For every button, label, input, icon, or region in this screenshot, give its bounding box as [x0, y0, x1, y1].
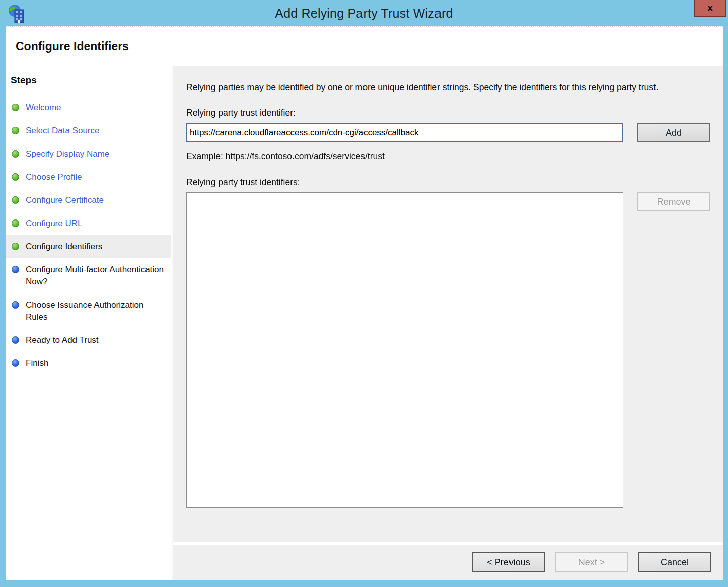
step-label: Specify Display Name: [26, 149, 109, 159]
steps-heading: Steps: [6, 74, 171, 92]
step-done-bullet-icon: [12, 173, 19, 181]
wizard-body: Configure Identifiers Steps Welcome Sele…: [6, 26, 723, 580]
identifiers-listbox[interactable]: [186, 192, 623, 508]
step-label: Ready to Add Trust: [26, 335, 99, 345]
next-button[interactable]: Next >: [555, 552, 628, 572]
adfs-icon: [7, 4, 27, 24]
step-label: Select Data Source: [26, 126, 99, 135]
step-ready-to-add-trust[interactable]: Ready to Add Trust: [6, 329, 171, 352]
titlebar: Add Relying Party Trust Wizard x: [0, 0, 728, 26]
add-button[interactable]: Add: [637, 123, 710, 142]
steps-list: Welcome Select Data Source Specify Displ…: [6, 96, 171, 375]
main-content: Relying parties may be identified by one…: [173, 66, 723, 542]
step-label: Configure Multi-factor Authentication No…: [26, 265, 164, 286]
content-row: Steps Welcome Select Data Source Specify…: [6, 66, 723, 580]
step-label: Configure URL: [26, 218, 82, 228]
step-done-bullet-icon: [12, 127, 19, 134]
step-choose-issuance-rules[interactable]: Choose Issuance Authorization Rules: [6, 293, 171, 329]
main-column: Relying parties may be identified by one…: [173, 66, 723, 580]
step-label: Configure Identifiers: [26, 242, 102, 251]
step-upcoming-bullet-icon: [12, 266, 19, 273]
wizard-window: Add Relying Party Trust Wizard x Configu…: [0, 0, 728, 587]
steps-sidebar: Steps Welcome Select Data Source Specify…: [6, 66, 173, 580]
step-label: Choose Issuance Authorization Rules: [26, 300, 143, 322]
step-done-bullet-icon: [12, 104, 19, 111]
footer-button-bar: < Previous Next > Cancel: [173, 545, 723, 580]
step-label: Finish: [26, 358, 48, 368]
page-title: Configure Identifiers: [16, 40, 129, 53]
step-label: Choose Profile: [26, 172, 82, 182]
close-button[interactable]: x: [694, 0, 726, 17]
step-upcoming-bullet-icon: [12, 336, 19, 344]
step-choose-profile[interactable]: Choose Profile: [6, 166, 171, 189]
step-configure-certificate[interactable]: Configure Certificate: [6, 189, 171, 212]
step-upcoming-bullet-icon: [12, 301, 19, 309]
identifier-input-label: Relying party trust identifier:: [186, 108, 723, 118]
cancel-button[interactable]: Cancel: [638, 552, 711, 572]
page-description: Relying parties may be identified by one…: [186, 81, 702, 94]
step-upcoming-bullet-icon: [12, 359, 19, 367]
page-header: Configure Identifiers: [6, 26, 723, 66]
step-done-bullet-icon: [12, 150, 19, 158]
previous-button-accel: P: [495, 557, 501, 567]
identifier-example-text: Example: https://fs.contoso.com/adfs/ser…: [186, 151, 723, 162]
step-configure-mfa[interactable]: Configure Multi-factor Authentication No…: [6, 258, 171, 293]
step-current-bullet-icon: [12, 243, 19, 250]
previous-button-label-rest: revious: [501, 557, 530, 567]
identifier-input[interactable]: [186, 123, 623, 142]
step-done-bullet-icon: [12, 196, 19, 204]
step-done-bullet-icon: [12, 219, 19, 227]
step-finish[interactable]: Finish: [6, 352, 171, 375]
window-title: Add Relying Party Trust Wizard: [275, 6, 453, 21]
previous-button-label: <: [487, 557, 495, 567]
next-button-label-rest: ext >: [585, 557, 605, 567]
step-select-data-source[interactable]: Select Data Source: [6, 119, 171, 142]
step-specify-display-name[interactable]: Specify Display Name: [6, 142, 171, 166]
next-button-accel: N: [578, 557, 585, 567]
step-label: Welcome: [26, 103, 61, 112]
step-welcome[interactable]: Welcome: [6, 96, 171, 119]
remove-button[interactable]: Remove: [637, 192, 710, 211]
identifiers-list-row: Remove: [186, 192, 723, 508]
step-configure-identifiers[interactable]: Configure Identifiers: [6, 235, 171, 258]
identifiers-list-label: Relying party trust identifiers:: [186, 177, 723, 188]
step-label: Configure Certificate: [26, 195, 104, 205]
previous-button[interactable]: < Previous: [472, 552, 545, 572]
step-configure-url[interactable]: Configure URL: [6, 212, 171, 235]
identifier-input-row: Add: [186, 123, 723, 142]
